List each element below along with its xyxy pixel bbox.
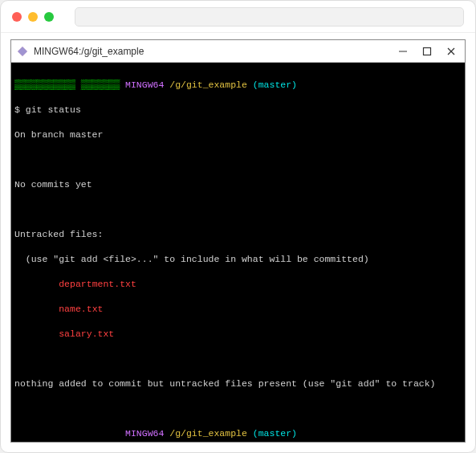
window-controls — [397, 46, 460, 57]
close-dot[interactable] — [12, 12, 22, 22]
content-area: MINGW64:/g/git_example ▒▒▒▒▒▒▒▒▒▒▒ ▒▒▒▒▒… — [1, 33, 475, 452]
prompt-line: ▒▒▒▒▒▒▒▒▒▒▒ ▒▒▒▒▒▒▒ MINGW64 /g/git_examp… — [14, 79, 462, 92]
minimize-button[interactable] — [397, 46, 409, 57]
untracked-file: name.txt — [14, 303, 462, 316]
maximize-button[interactable] — [421, 46, 433, 57]
window-title: MINGW64:/g/git_example — [34, 46, 397, 57]
command-line: $ git status — [14, 104, 462, 116]
maximize-dot[interactable] — [44, 12, 54, 22]
svg-rect-3 — [424, 47, 431, 55]
url-bar[interactable] — [75, 7, 464, 27]
prompt-line: MINGW64 /g/git_example (master) — [14, 427, 462, 440]
svg-marker-1 — [18, 47, 27, 56]
close-button[interactable] — [445, 46, 457, 57]
output-line: Untracked files: — [14, 228, 462, 241]
terminal-window: MINGW64:/g/git_example ▒▒▒▒▒▒▒▒▒▒▒ ▒▒▒▒▒… — [10, 39, 466, 443]
git-bash-icon — [16, 45, 29, 58]
output-line: On branch master — [14, 129, 462, 141]
mac-titlebar — [1, 1, 475, 33]
output-line: No commits yet — [14, 178, 462, 191]
untracked-file: salary.txt — [14, 328, 462, 341]
browser-frame: MINGW64:/g/git_example ▒▒▒▒▒▒▒▒▒▒▒ ▒▒▒▒▒… — [0, 0, 476, 453]
window-titlebar: MINGW64:/g/git_example — [11, 40, 465, 63]
untracked-file: department.txt — [14, 278, 462, 291]
output-line: (use "git add <file>..." to include in w… — [14, 253, 462, 266]
minimize-dot[interactable] — [28, 12, 38, 22]
terminal-body[interactable]: ▒▒▒▒▒▒▒▒▒▒▒ ▒▒▒▒▒▒▒ MINGW64 /g/git_examp… — [11, 63, 465, 442]
output-line: nothing added to commit but untracked fi… — [14, 378, 462, 390]
